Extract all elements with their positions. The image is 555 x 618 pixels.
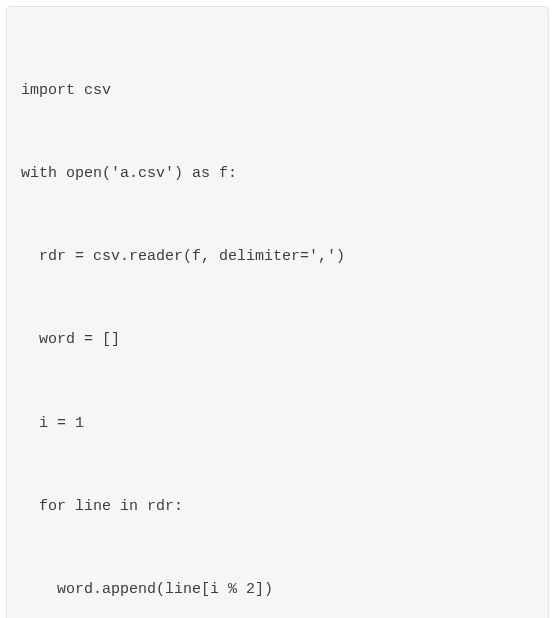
- document-root: import csv with open('a.csv') as f: rdr …: [0, 6, 555, 618]
- code-line: word = []: [21, 326, 534, 354]
- code-line: for line in rdr:: [21, 493, 534, 521]
- code-line: import csv: [21, 77, 534, 105]
- code-line: rdr = csv.reader(f, delimiter=','): [21, 243, 534, 271]
- code-line: word.append(line[i % 2]): [21, 576, 534, 604]
- code-line: i = 1: [21, 410, 534, 438]
- code-block-program: import csv with open('a.csv') as f: rdr …: [6, 6, 549, 618]
- code-line: with open('a.csv') as f:: [21, 160, 534, 188]
